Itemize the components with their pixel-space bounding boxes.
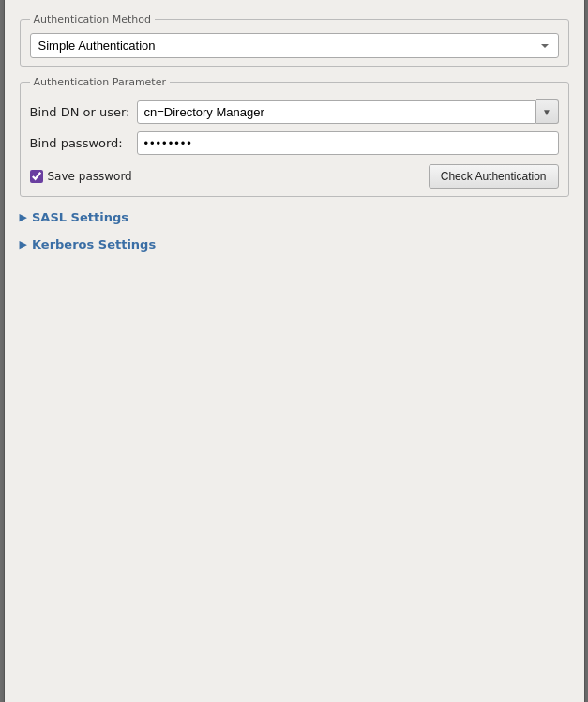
bind-dn-input[interactable] [137,100,535,124]
save-password-row: Save password Check Authentication [30,164,559,189]
bind-password-input-cell [137,128,558,159]
auth-param-fieldset: Authentication Parameter Bind DN or user… [20,76,569,197]
auth-param-table: Bind DN or user: ▼ Bind password: [30,96,559,159]
bind-dn-input-cell: ▼ [137,96,558,128]
kerberos-settings-label: Kerberos Settings [32,237,156,252]
sasl-settings-header[interactable]: ▶ SASL Settings [20,206,569,228]
main-body-spacer [20,261,569,702]
auth-method-legend: Authentication Method [30,13,156,25]
bind-dn-label: Bind DN or user: [30,96,138,128]
bind-dn-row: Bind DN or user: ▼ [30,96,559,128]
bind-password-input[interactable] [137,131,558,155]
sasl-settings-label: SASL Settings [32,210,128,224]
save-password-checkbox[interactable] [30,170,43,183]
save-password-label[interactable]: Save password [48,170,132,183]
bind-dn-input-group: ▼ [137,99,558,124]
auth-method-fieldset: Authentication Method Simple Authenticat… [20,13,569,67]
bind-dn-dropdown-button[interactable]: ▼ [536,99,559,124]
main-window: New LDAP Connection Authentication Pleas… [4,0,585,702]
sasl-settings-section: ▶ SASL Settings [20,206,569,228]
kerberos-settings-header[interactable]: ▶ Kerberos Settings [20,234,569,255]
check-authentication-button[interactable]: Check Authentication [429,164,559,189]
kerberos-arrow-icon: ▶ [20,238,27,251]
auth-param-legend: Authentication Parameter [30,76,170,88]
auth-method-select[interactable]: Simple Authentication SASL Kerberos Anon… [30,33,559,58]
bind-password-row: Bind password: [30,128,559,159]
bind-password-label: Bind password: [30,128,138,159]
content-area: Authentication Please select an authenti… [5,0,584,702]
sasl-arrow-icon: ▶ [20,211,27,223]
kerberos-settings-section: ▶ Kerberos Settings [20,234,569,255]
